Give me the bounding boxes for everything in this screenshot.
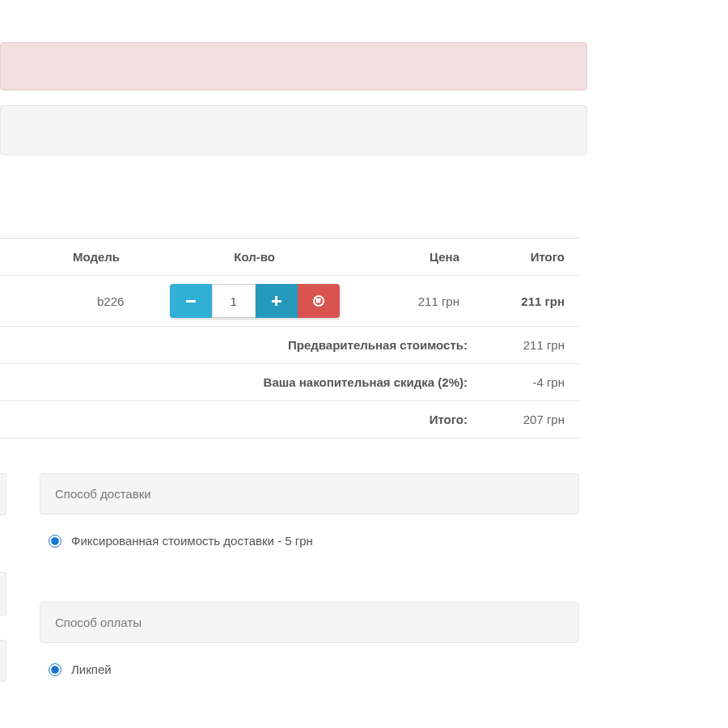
summary-discount: Ваша накопительная скидка (2%): -4 грн [0,364,579,401]
qty-plus-button[interactable] [256,284,298,318]
total-value: 207 грн [474,401,579,438]
qty-input[interactable] [212,284,256,318]
item-total: 211 грн [474,276,579,327]
header-total: Итого [474,239,579,276]
alert-banner [0,42,587,91]
discount-label: Ваша накопительная скидка (2%): [0,364,474,401]
total-label: Итого: [0,401,474,438]
shipping-panel-header[interactable]: Способ доставки [40,473,579,514]
cart-table: Модель Кол-во Цена Итого b226 [0,238,579,438]
payment-radio[interactable] [49,663,61,676]
payment-option-label: Ликпей [71,662,112,676]
table-row: b226 [0,276,579,327]
quantity-stepper [170,284,340,318]
item-model: b226 [0,276,148,327]
close-circle-icon [313,295,324,307]
item-price: 211 грн [361,276,474,327]
shipping-option-label: Фиксированная стоимость доставки - 5 грн [71,534,313,548]
shipping-radio[interactable] [49,535,61,548]
discount-value: -4 грн [474,364,579,401]
payment-option[interactable]: Ликпей [49,662,728,676]
summary-total: Итого: 207 грн [0,401,579,438]
plus-icon [272,296,281,306]
payment-title: Способ оплаты [55,616,142,629]
shipping-option[interactable]: Фиксированная стоимость доставки - 5 грн [49,534,728,548]
table-header-row: Модель Кол-во Цена Итого [0,239,579,276]
qty-minus-button[interactable] [170,284,212,318]
header-qty: Кол-во [148,239,361,276]
header-model: Модель [0,239,148,276]
header-price: Цена [361,239,474,276]
summary-subtotal: Предварительная стоимость: 211 грн [0,327,579,364]
shipping-title: Способ доставки [55,487,151,501]
minus-icon [186,300,196,303]
remove-item-button[interactable] [298,284,340,318]
panel-collapsed [0,105,587,155]
subtotal-value: 211 грн [474,327,579,364]
payment-panel-header[interactable]: Способ оплаты [40,602,579,643]
subtotal-label: Предварительная стоимость: [0,327,474,364]
